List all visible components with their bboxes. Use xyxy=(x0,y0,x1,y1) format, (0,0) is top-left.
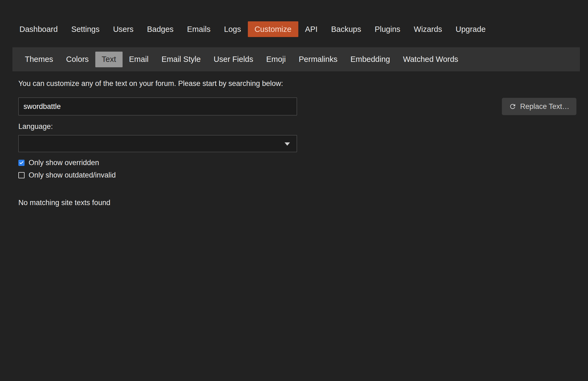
no-results-text: No matching site texts found xyxy=(18,199,576,207)
search-row: Replace Text… xyxy=(18,98,576,115)
nav-item-badges[interactable]: Badges xyxy=(140,21,180,37)
nav-item-backups[interactable]: Backups xyxy=(324,21,368,37)
tab-emoji[interactable]: Emoji xyxy=(260,52,292,67)
admin-top-nav: Dashboard Settings Users Badges Emails L… xyxy=(13,21,588,37)
refresh-icon xyxy=(509,103,516,110)
checkbox-unchecked-icon[interactable] xyxy=(18,172,25,178)
nav-item-wizards[interactable]: Wizards xyxy=(407,21,449,37)
tab-watched-words[interactable]: Watched Words xyxy=(397,52,465,67)
tab-email-style[interactable]: Email Style xyxy=(155,52,207,67)
replace-text-button[interactable]: Replace Text… xyxy=(502,98,576,115)
tab-text[interactable]: Text xyxy=(95,52,123,67)
filter-label: Only show outdated/invalid xyxy=(29,171,116,179)
nav-item-customize[interactable]: Customize xyxy=(248,21,298,37)
tab-colors[interactable]: Colors xyxy=(60,52,95,67)
intro-text: You can customize any of the text on you… xyxy=(18,79,576,88)
filter-only-overridden[interactable]: Only show overridden xyxy=(18,159,576,167)
nav-item-upgrade[interactable]: Upgrade xyxy=(449,21,492,37)
nav-item-logs[interactable]: Logs xyxy=(217,21,248,37)
language-label: Language: xyxy=(18,122,576,131)
filters: Only show overridden Only show outdated/… xyxy=(18,159,576,179)
tab-permalinks[interactable]: Permalinks xyxy=(292,52,344,67)
language-select-wrap xyxy=(18,135,297,152)
filter-only-outdated[interactable]: Only show outdated/invalid xyxy=(18,171,576,179)
filter-label: Only show overridden xyxy=(29,159,99,167)
site-text-search-input[interactable] xyxy=(18,98,297,115)
nav-item-plugins[interactable]: Plugins xyxy=(368,21,407,37)
nav-item-settings[interactable]: Settings xyxy=(65,21,106,37)
site-texts-page: You can customize any of the text on you… xyxy=(18,79,576,207)
checkbox-checked-icon[interactable] xyxy=(18,160,25,166)
nav-item-dashboard[interactable]: Dashboard xyxy=(13,21,65,37)
tab-themes[interactable]: Themes xyxy=(18,52,60,67)
nav-item-emails[interactable]: Emails xyxy=(180,21,217,37)
language-select[interactable] xyxy=(18,135,297,152)
tab-user-fields[interactable]: User Fields xyxy=(207,52,260,67)
customize-sub-nav: Themes Colors Text Email Email Style Use… xyxy=(12,47,580,71)
nav-item-api[interactable]: API xyxy=(298,21,325,37)
nav-item-users[interactable]: Users xyxy=(106,21,140,37)
tab-email[interactable]: Email xyxy=(123,52,155,67)
tab-embedding[interactable]: Embedding xyxy=(344,52,397,67)
replace-text-label: Replace Text… xyxy=(520,102,569,111)
